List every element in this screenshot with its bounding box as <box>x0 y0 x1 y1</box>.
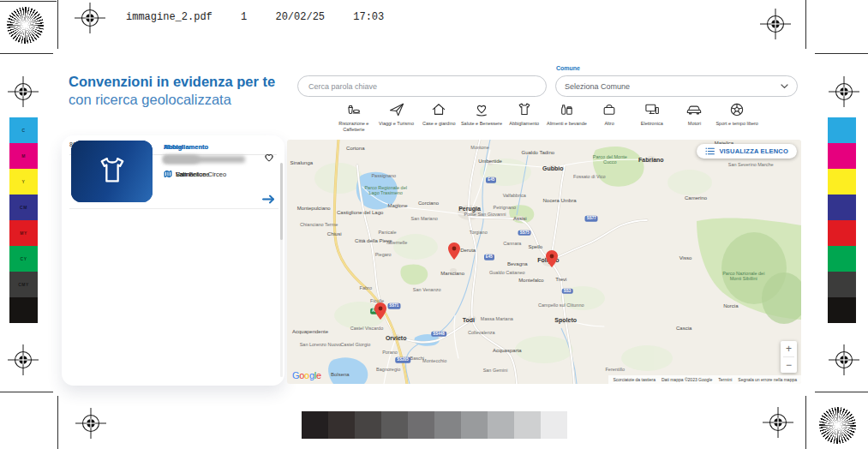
map-pin-icon[interactable] <box>374 302 386 320</box>
grayscale-patch <box>461 411 488 439</box>
scrollbar-track[interactable] <box>280 163 283 377</box>
color-patch-label: C <box>21 128 25 133</box>
registration-mark-icon <box>8 344 39 375</box>
favorite-heart-button[interactable] <box>264 153 274 163</box>
search-input[interactable] <box>297 75 547 97</box>
registration-mark-icon <box>763 407 793 438</box>
map-zoom-control: + − <box>781 341 797 373</box>
color-patch: MY <box>828 220 856 246</box>
zoom-out-button[interactable]: − <box>781 357 797 373</box>
pinwheel-target-icon <box>7 7 44 44</box>
color-bar-right: C M Y CM MY CY CMY <box>828 117 856 323</box>
category-filter-item[interactable]: Ristorazione e Caffetterie <box>332 101 375 132</box>
category-label: Alimenti e bevande <box>547 121 587 127</box>
category-icon <box>558 101 575 118</box>
category-label: Ristorazione e Caffetterie <box>332 121 375 132</box>
category-filter-row: Ristorazione e Caffetterie Viaggi e Turi… <box>332 101 758 132</box>
color-patch-label: M <box>21 153 26 159</box>
open-detail-arrow-button[interactable] <box>262 195 275 204</box>
result-location-row: Latina <box>164 170 278 178</box>
result-card[interactable]: Abbigliamento Latina <box>69 135 278 209</box>
registration-mark-icon <box>8 76 39 107</box>
map-pin-icon[interactable] <box>448 242 460 260</box>
map-pin-icon[interactable] <box>546 250 558 267</box>
category-label: Elettronica <box>641 121 663 127</box>
category-filter-item[interactable]: Sport e tempo libero <box>715 101 758 132</box>
grayscale-patch <box>328 411 355 439</box>
color-patch: CMY <box>9 272 38 297</box>
result-location: Latina <box>176 171 193 178</box>
map-icon <box>164 170 172 178</box>
proof-header: immagine_2.pdf 1 20/02/25 17:03 <box>126 11 406 23</box>
color-patch: Y <box>828 169 856 195</box>
category-icon <box>601 101 618 118</box>
category-filter-item[interactable]: Altro <box>588 101 631 132</box>
category-label: Salute e Benessere <box>461 121 502 127</box>
result-thumbnail-icon <box>94 153 130 189</box>
color-patch: C <box>9 117 38 143</box>
report-error-link[interactable]: Segnala un errore nella mappa <box>738 377 797 382</box>
zoom-in-button[interactable]: + <box>781 341 797 356</box>
category-filter-item[interactable]: Alimenti e bevande <box>546 101 589 132</box>
proof-date: 20/02/25 <box>275 11 325 23</box>
margin-rule-right-bottom <box>815 392 868 392</box>
results-panel: 80 Risultati Motori Valmontone <box>62 135 284 386</box>
crop-rule-top-left <box>0 1 57 2</box>
grayscale-patch <box>355 411 381 439</box>
category-filter-item[interactable]: Abbigliamento <box>503 101 546 132</box>
result-category: Abbigliamento <box>164 143 278 151</box>
map-terrain <box>287 140 801 384</box>
page-title: Convenzioni in evidenza per te con ricer… <box>69 73 275 109</box>
category-filter-item[interactable]: Viaggi e Turismo <box>375 101 418 132</box>
view-list-button[interactable]: VISUALIZZA ELENCO <box>697 144 797 159</box>
category-icon <box>644 101 661 118</box>
color-patch: M <box>828 143 856 169</box>
category-filter-item[interactable]: Elettronica <box>631 101 673 132</box>
color-bar-left: C M Y CM MY CY CMY <box>9 117 38 323</box>
proof-filename: immagine_2.pdf <box>126 11 213 23</box>
category-filter-item[interactable]: Salute e Benessere <box>460 101 503 132</box>
color-patch <box>828 297 856 323</box>
grayscale-patch <box>488 411 514 439</box>
proof-page-number: 1 <box>241 11 247 23</box>
google-logo-letter: e <box>316 370 321 380</box>
page-title-line1: Convenzioni in evidenza per te <box>69 73 275 91</box>
category-icon <box>516 101 533 118</box>
category-icon <box>388 101 405 118</box>
color-patch-label: CMY <box>18 282 29 287</box>
grayscale-patch <box>302 411 328 439</box>
map-attribution: Scorciatoie da tastiera Dati mappa ©2023… <box>608 375 801 384</box>
color-patch: CM <box>9 195 38 220</box>
category-icon <box>345 101 362 118</box>
chevron-down-icon <box>781 84 788 89</box>
registration-mark-icon <box>75 408 106 439</box>
result-thumbnail <box>71 141 153 202</box>
view-list-button-label: VISUALIZZA ELENCO <box>719 147 788 155</box>
result-card-body: Abbigliamento Latina <box>164 141 278 208</box>
grayscale-patch <box>514 411 541 439</box>
terms-link[interactable]: Termini <box>718 377 732 382</box>
category-label: Viaggi e Turismo <box>379 121 414 127</box>
color-patch-label: CY <box>21 256 27 261</box>
category-filter-item[interactable]: Motori <box>673 101 716 132</box>
keyboard-shortcuts-link[interactable]: Scorciatoie da tastiera <box>613 377 655 382</box>
color-patch-label: CM <box>20 205 27 210</box>
grayscale-patch <box>541 411 567 439</box>
category-filter-item[interactable]: Case e giardino <box>417 101 460 132</box>
category-icon <box>728 101 745 118</box>
margin-rule-left-top <box>0 53 53 54</box>
color-patch: Y <box>9 169 38 195</box>
grayscale-patch <box>381 411 408 439</box>
category-label: Sport e tempo libero <box>715 121 758 127</box>
google-logo[interactable]: Google <box>292 370 321 380</box>
result-name-redacted <box>164 156 200 163</box>
scrollbar-thumb[interactable] <box>280 163 283 240</box>
map-canvas[interactable]: PerugiaFolignoOrvietoTodiSpoletoGubbioFa… <box>287 140 801 384</box>
color-patch <box>9 297 38 323</box>
category-label: Case e giardino <box>422 121 456 127</box>
margin-rule-left-bottom <box>0 392 53 392</box>
comune-select[interactable]: Seleziona Comune <box>555 75 798 97</box>
page-title-line2: con ricerca geolocalizzata <box>69 91 275 109</box>
crop-rule-vert-left-top <box>57 0 58 49</box>
grayscale-patch <box>434 411 461 439</box>
